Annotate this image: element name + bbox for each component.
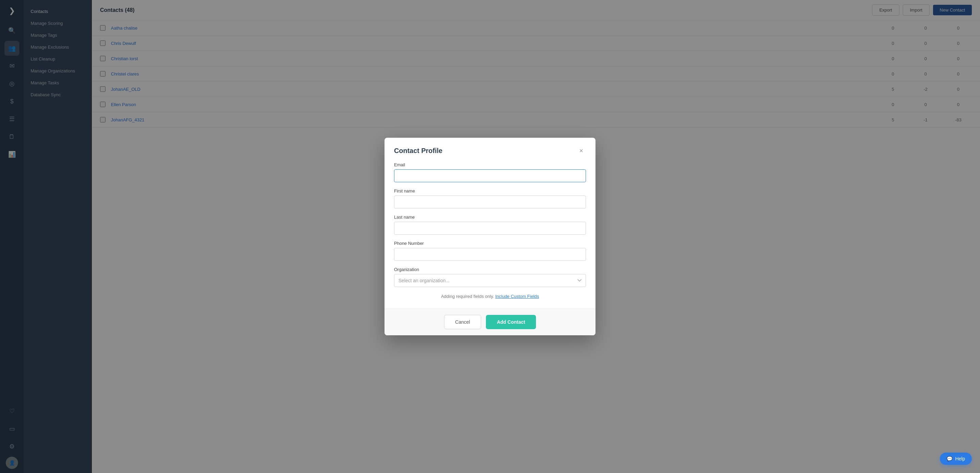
org-group: Organization Select an organization... — [394, 267, 586, 287]
org-select[interactable]: Select an organization... — [394, 274, 586, 287]
firstname-field[interactable] — [394, 195, 586, 208]
org-label: Organization — [394, 267, 586, 272]
lastname-label: Last name — [394, 214, 586, 220]
close-button[interactable]: × — [576, 146, 586, 156]
email-group: Email — [394, 162, 586, 182]
help-button[interactable]: 💬 Help — [940, 452, 972, 465]
modal-overlay[interactable]: Contact Profile × Email First name Last … — [0, 0, 980, 473]
cancel-button[interactable]: Cancel — [444, 315, 482, 329]
lastname-field[interactable] — [394, 222, 586, 235]
modal-body: Email First name Last name Phone Number … — [385, 162, 595, 308]
phone-label: Phone Number — [394, 241, 586, 246]
chat-icon: 💬 — [947, 456, 953, 462]
include-custom-fields-link[interactable]: Include Custom Fields — [495, 294, 539, 299]
email-label: Email — [394, 162, 586, 167]
lastname-group: Last name — [394, 214, 586, 235]
firstname-label: First name — [394, 188, 586, 194]
modal-title: Contact Profile — [394, 147, 442, 155]
add-contact-button[interactable]: Add Contact — [486, 315, 536, 329]
phone-field[interactable] — [394, 248, 586, 261]
custom-fields-note: Adding required fields only. Include Cus… — [394, 294, 586, 299]
phone-group: Phone Number — [394, 241, 586, 261]
modal-header: Contact Profile × — [385, 138, 595, 162]
firstname-group: First name — [394, 188, 586, 208]
contact-profile-modal: Contact Profile × Email First name Last … — [385, 138, 595, 335]
help-label: Help — [955, 456, 965, 462]
email-field[interactable] — [394, 169, 586, 182]
modal-footer: Cancel Add Contact — [385, 308, 595, 335]
